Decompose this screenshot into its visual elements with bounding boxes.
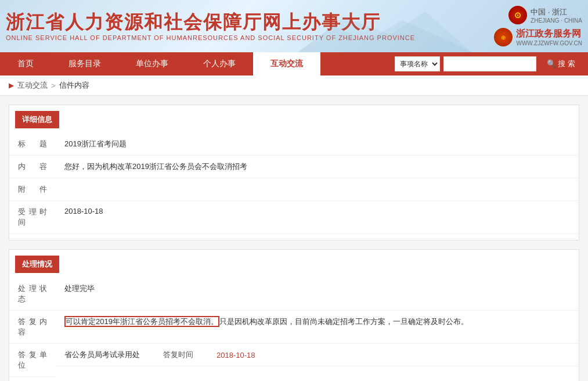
value-reply-unit-row: 省公务员局考试录用处 答复时间 2018-10-18 [56,344,579,366]
process-table: 处理状态 处理完毕 答复内容 可以肯定2019年浙江省公务员招考不会取消。只是因… [9,278,579,377]
label-reply-time: 答复时间 [163,350,193,360]
gov-service-url: WWW.ZJZWFW.GOV.CN [516,40,582,46]
label-reply-unit: 答复单位 [9,344,56,377]
label-status: 处理状态 [9,278,56,311]
breadcrumb-item-current: 信件内容 [59,80,89,91]
table-row: 标 题 2019浙江省考问题 [9,133,579,156]
gov-service-logo: ⊕ [494,28,513,46]
label-accept-time: 受理时间 [9,201,56,234]
main-content: 详细信息 标 题 2019浙江省考问题 内 容 您好，因为机构改革2019浙江省… [0,96,588,381]
region-main-text: 中国 · 浙江 [531,7,582,17]
reply-time-value: 2018-10-18 [217,351,255,360]
value-attachment [56,178,579,201]
value-title: 2019浙江省考问题 [56,133,579,156]
label-content: 内 容 [9,156,56,178]
mountain-decoration [298,6,472,52]
nav-bar: 首页 服务目录 单位办事 个人办事 互动交流 事项名称 🔍 搜 索 [0,52,588,76]
nav-service-catalog[interactable]: 服务目录 [51,52,118,76]
table-row: 附 件 [9,178,579,201]
search-button[interactable]: 🔍 搜 索 [540,56,582,71]
nav-unit-service[interactable]: 单位办事 [118,52,186,76]
detail-section-header: 详细信息 [15,111,59,128]
nav-search-area: 事项名称 🔍 搜 索 [395,52,588,76]
nav-personal-service[interactable]: 个人办事 [186,52,253,76]
region-sub-text: ZHEJIANG · CHINA [531,17,582,24]
label-attachment: 附 件 [9,178,56,201]
gov-service-area: ⊕ 浙江政务服务网 WWW.ZJZWFW.GOV.CN [494,28,582,46]
value-reply-content: 可以肯定2019年浙江省公务员招考不会取消。只是因机构改革原因，目前尚未确定招考… [56,311,579,344]
nav-home[interactable]: 首页 [0,52,51,76]
page-header: 浙江省人力资源和社会保障厅网上办事大厅 ONLINE SERVICE HALL … [0,0,588,52]
breadcrumb-item-interaction[interactable]: 互动交流 [17,80,48,91]
process-section: 处理情况 处理状态 处理完毕 答复内容 可以肯定2019年浙江省公务员招考不会取… [9,249,579,381]
reply-unit-value: 省公务员局考试录用处 [64,350,140,360]
header-right: ⊙ 中国 · 浙江 ZHEJIANG · CHINA ⊕ 浙江政务服务网 WWW… [494,6,582,46]
detail-table: 标 题 2019浙江省考问题 内 容 您好，因为机构改革2019浙江省公务员会不… [9,133,579,234]
label-reply-content: 答复内容 [9,311,56,344]
value-accept-time: 2018-10-18 [56,201,579,234]
breadcrumb: ▶ 互动交流 > 信件内容 [0,76,588,96]
region-info: ⊙ 中国 · 浙江 ZHEJIANG · CHINA [508,6,582,24]
nav-interaction[interactable]: 互动交流 [253,52,320,76]
gov-service-text: 浙江政务服务网 WWW.ZJZWFW.GOV.CN [516,28,582,46]
region-text-block: 中国 · 浙江 ZHEJIANG · CHINA [531,7,582,24]
reply-highlighted-text: 可以肯定2019年浙江省公务员招考不会取消。 [64,316,219,327]
search-type-select[interactable]: 事项名称 [395,56,440,71]
table-row: 答复内容 可以肯定2019年浙江省公务员招考不会取消。只是因机构改革原因，目前尚… [9,311,579,344]
value-status: 处理完毕 [56,278,579,311]
process-section-header: 处理情况 [15,256,59,273]
breadcrumb-separator: > [51,81,56,90]
breadcrumb-arrow-icon: ▶ [9,81,14,89]
table-row: 内 容 您好，因为机构改革2019浙江省公务员会不会取消招考 [9,156,579,178]
label-title: 标 题 [9,133,56,156]
detail-section: 详细信息 标 题 2019浙江省考问题 内 容 您好，因为机构改革2019浙江省… [9,105,579,240]
table-row: 受理时间 2018-10-18 [9,201,579,234]
reply-rest-text: 只是因机构改革原因，目前尚未确定招考工作方案，一旦确定将及时公布。 [219,317,468,326]
table-row: 答复单位 省公务员局考试录用处 答复时间 2018-10-18 [9,344,579,377]
search-input[interactable] [443,56,536,71]
value-content: 您好，因为机构改革2019浙江省公务员会不会取消招考 [56,156,579,178]
gov-service-name: 浙江政务服务网 [516,28,582,40]
china-logo: ⊙ [508,6,527,24]
table-row: 处理状态 处理完毕 [9,278,579,311]
